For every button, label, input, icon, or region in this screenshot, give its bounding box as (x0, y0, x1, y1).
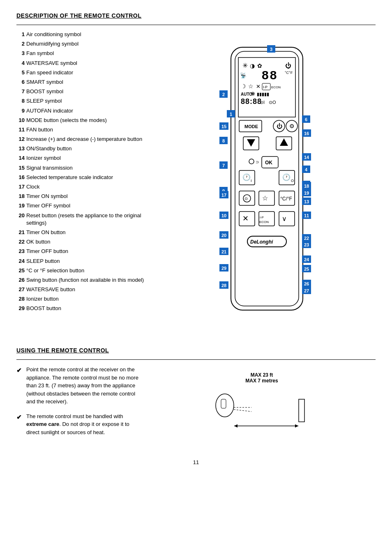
page-number: 11 (16, 459, 376, 465)
svg-text:∨: ∨ (282, 215, 287, 222)
svg-text:MODE: MODE (244, 124, 258, 129)
desc-item-15: 15Signal transmission (16, 164, 148, 172)
desc-label: Increase (+) and decrease (-) temperatur… (26, 136, 148, 143)
callout-14: 14 (302, 153, 311, 161)
svg-text:⊙I: ⊙I (260, 100, 265, 105)
desc-num: 5 (16, 69, 25, 76)
desc-label: Timer ON symbol (26, 193, 148, 200)
using-title: USING THE REMOTE CONTROL (16, 347, 376, 354)
desc-item-7: 7BOOST symbol (16, 88, 148, 95)
desc-label: Ionizer symbol (26, 154, 148, 162)
svg-text:ECON: ECON (259, 220, 269, 224)
desc-item-16: 16Selected temperature scale indicator (16, 174, 148, 181)
using-text-1: Point the remote control at the receiver… (26, 366, 140, 406)
distance-labels: MAX 23 ft MAX 7 metres (245, 372, 278, 384)
desc-num: 21 (16, 229, 25, 236)
desc-item-8: 8SLEEP symbol (16, 97, 148, 105)
checkmark-icon-2: ✔ (16, 413, 23, 437)
callout-3: 3 (267, 45, 275, 53)
desc-num: 19 (16, 202, 25, 209)
desc-label: Clock (26, 183, 148, 191)
svg-text:⏻: ⏻ (277, 123, 282, 129)
desc-item-10: 10MODE button (selects the modes) (16, 117, 148, 124)
desc-label: WATERSAVE symbol (26, 60, 148, 67)
callout-27: 27 (302, 287, 311, 294)
svg-rect-60 (221, 399, 226, 408)
desc-label: Reset button (resets the appliance to th… (26, 212, 148, 227)
desc-item-23: 23Timer OFF button (16, 248, 148, 255)
svg-text:OK: OK (265, 160, 272, 166)
checkmark-icon-1: ✔ (16, 366, 23, 406)
desc-num: 11 (16, 126, 25, 133)
desc-num: 17 (16, 183, 25, 191)
callout-26: 26 (302, 280, 311, 287)
svg-text:🕐: 🕐 (242, 173, 251, 181)
desc-item-3: 3Fan symbol (16, 50, 148, 57)
desc-label: Air conditioning symbol (26, 31, 148, 38)
svg-text:🕐: 🕐 (282, 173, 291, 181)
svg-text:I·P: I·P (263, 85, 267, 89)
desc-num: 9 (16, 107, 25, 115)
desc-label: Timer ON button (26, 229, 148, 236)
svg-text:⚙: ⚙ (289, 123, 295, 129)
callout-8: 8 (219, 137, 228, 144)
desc-num: 23 (16, 248, 25, 255)
svg-text:°C°F: °C°F (285, 71, 293, 75)
desc-label: Timer OFF symbol (26, 202, 148, 209)
distance-svg (210, 387, 313, 436)
desc-label: OK button (26, 238, 148, 246)
svg-text:88:88: 88:88 (241, 97, 262, 106)
desc-label: Signal transmission (26, 164, 148, 172)
using-text-2: The remote control must be handled with … (26, 412, 140, 437)
using-item-2: ✔ The remote control must be handled wit… (16, 412, 140, 437)
desc-label: Timer OFF button (26, 248, 148, 255)
desc-label: AUTOFAN indicator (26, 107, 148, 115)
desc-num: 15 (16, 164, 25, 172)
desc-item-18: 18Timer ON symbol (16, 193, 148, 200)
desc-item-29: 29BOOST button (16, 305, 148, 312)
callout-19: 19 (302, 189, 311, 196)
callout-23: 23 (302, 241, 311, 248)
callout-10: 10 (219, 212, 228, 219)
desc-num: 8 (16, 97, 25, 105)
svg-text:DeLonghi: DeLonghi (250, 239, 273, 245)
desc-label: Fan speed indicator (26, 69, 148, 76)
desc-num: 6 (16, 78, 25, 86)
desc-item-27: 27WATERSAVE button (16, 286, 148, 293)
callout-13: 13 (302, 198, 311, 205)
desc-item-20: 20Reset button (resets the appliance to … (16, 212, 148, 227)
svg-text:❋: ❋ (251, 91, 255, 97)
using-diagram: MAX 23 ft MAX 7 metres (148, 366, 376, 443)
desc-label: MODE button (selects the modes) (26, 117, 148, 124)
desc-item-9: 9AUTOFAN indicator (16, 107, 148, 115)
desc-num: 1 (16, 31, 25, 38)
desc-item-19: 19Timer OFF symbol (16, 202, 148, 209)
desc-item-21: 21Timer ON button (16, 229, 148, 236)
desc-label: Dehumidifying symbol (26, 40, 148, 48)
desc-item-26: 26Swing button (function not available i… (16, 276, 148, 284)
callout-25: 25 (302, 265, 311, 272)
desc-label: Ionizer button (26, 295, 148, 303)
desc-label: ON/Standby button (26, 145, 148, 152)
svg-text:⊙: ⊙ (244, 196, 248, 201)
svg-text:◑: ◑ (250, 62, 255, 69)
desc-item-13: 13ON/Standby button (16, 145, 148, 152)
desc-item-24: 24SLEEP button (16, 258, 148, 265)
desc-item-6: 6SMART symbol (16, 78, 148, 86)
desc-item-11: 11FAN button (16, 126, 148, 133)
svg-text:°C/°F: °C/°F (280, 196, 292, 202)
desc-item-5: 5Fan speed indicator (16, 69, 148, 76)
svg-text:✕: ✕ (242, 214, 249, 223)
svg-text:I·P: I·P (260, 216, 264, 219)
svg-text:⊃: ⊃ (256, 160, 259, 164)
callout-24: 24 (302, 255, 311, 263)
callout-28: 28 (219, 281, 228, 289)
svg-text:I: I (251, 179, 252, 183)
callout-1: 1 (227, 110, 235, 117)
desc-label: WATERSAVE button (26, 286, 148, 293)
desc-label: BOOST symbol (26, 88, 148, 95)
desc-item-12: 12Increase (+) and decrease (-) temperat… (16, 136, 148, 143)
desc-num: 20 (16, 212, 25, 227)
desc-num: 22 (16, 238, 25, 246)
desc-num: 24 (16, 258, 25, 265)
